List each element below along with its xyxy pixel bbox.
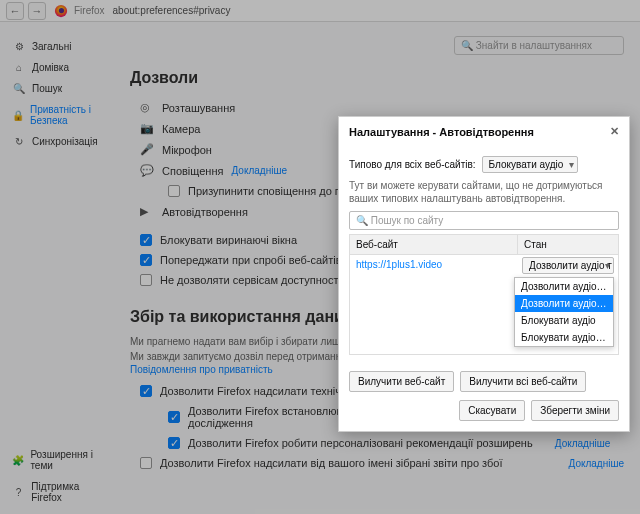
site-status-select[interactable]: Дозволити аудіо т… bbox=[522, 257, 614, 274]
autoplay-settings-dialog: Налаштування - Автовідтворення ✕ Типово … bbox=[338, 116, 630, 432]
dropdown-option[interactable]: Блокувати аудіо і … bbox=[515, 329, 613, 346]
dropdown-option[interactable]: Дозволити аудіо т… bbox=[515, 278, 613, 295]
site-url: https://1plus1.video bbox=[350, 255, 518, 276]
close-icon[interactable]: ✕ bbox=[610, 125, 619, 138]
remove-site-button[interactable]: Вилучити веб-сайт bbox=[349, 371, 454, 392]
dialog-title: Налаштування - Автовідтворення bbox=[349, 126, 534, 138]
save-button[interactable]: Зберегти зміни bbox=[531, 400, 619, 421]
site-search-placeholder: Пошук по сайту bbox=[371, 215, 444, 226]
dialog-hint: Тут ви можете керувати сайтами, що не до… bbox=[349, 179, 619, 205]
default-autoplay-select[interactable]: Блокувати аудіо bbox=[482, 156, 579, 173]
dropdown-option[interactable]: Блокувати аудіо bbox=[515, 312, 613, 329]
col-website[interactable]: Веб-сайт bbox=[350, 235, 518, 254]
dropdown-option[interactable]: Дозволити аудіо т… bbox=[515, 295, 613, 312]
col-status[interactable]: Стан bbox=[518, 235, 618, 254]
cancel-button[interactable]: Скасувати bbox=[459, 400, 525, 421]
remove-all-button[interactable]: Вилучити всі веб-сайти bbox=[460, 371, 586, 392]
table-row[interactable]: https://1plus1.video Дозволити аудіо т… bbox=[350, 255, 618, 276]
status-dropdown: Дозволити аудіо т… Дозволити аудіо т… Бл… bbox=[514, 277, 614, 347]
default-label: Типово для всіх веб-сайтів: bbox=[349, 159, 476, 170]
site-search-input[interactable]: 🔍 Пошук по сайту bbox=[349, 211, 619, 230]
